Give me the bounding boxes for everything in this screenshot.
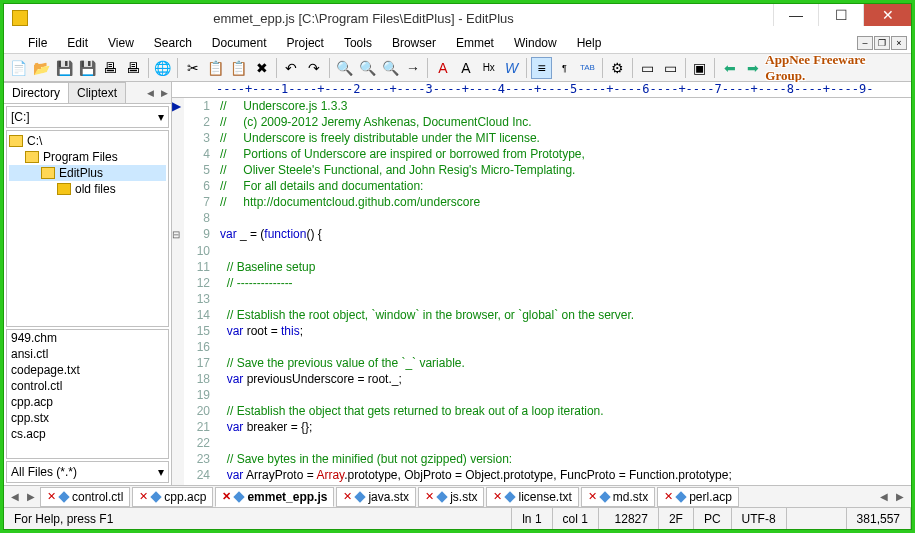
close-icon[interactable]: ✕ — [425, 490, 434, 503]
doc-tab[interactable]: ✕perl.acp — [657, 487, 739, 507]
doc-scroll-left[interactable]: ◀ — [877, 491, 891, 502]
doc-prev-button[interactable]: ◀ — [8, 491, 22, 502]
code-line[interactable]: 3// Underscore is freely distributable u… — [172, 130, 732, 146]
code-line[interactable]: 14 // Establish the root object, `window… — [172, 307, 732, 323]
menu-file[interactable]: File — [20, 34, 55, 52]
close-icon[interactable]: ✕ — [222, 490, 231, 503]
file-item[interactable]: control.ctl — [7, 378, 168, 394]
mdi-close-button[interactable]: × — [891, 36, 907, 50]
code-line[interactable]: 10 — [172, 243, 732, 259]
code-line[interactable]: 25 — [172, 483, 732, 485]
code-line[interactable]: 20 // Establish the object that gets ret… — [172, 403, 732, 419]
minimize-button[interactable]: — — [773, 4, 818, 26]
file-list[interactable]: 949.chmansi.ctlcodepage.txtcontrol.ctlcp… — [6, 329, 169, 459]
doc-tab[interactable]: ✕java.stx — [336, 487, 416, 507]
drive-selector[interactable]: [C:] ▾ — [6, 106, 169, 128]
new-file-button[interactable]: 📄 — [8, 57, 29, 79]
code-line[interactable]: 23 // Save bytes in the minified (but no… — [172, 451, 732, 467]
doc-scroll-right[interactable]: ▶ — [893, 491, 907, 502]
file-item[interactable]: ansi.ctl — [7, 346, 168, 362]
window-button[interactable]: ▭ — [637, 57, 658, 79]
code-line[interactable]: 6// For all details and documentation: — [172, 178, 732, 194]
menu-edit[interactable]: Edit — [59, 34, 96, 52]
doc-tab[interactable]: ✕js.stx — [418, 487, 484, 507]
tree-item[interactable]: old files — [9, 181, 166, 197]
close-icon[interactable]: ✕ — [139, 490, 148, 503]
code-line[interactable]: 11 // Baseline setup — [172, 259, 732, 275]
close-icon[interactable]: ✕ — [493, 490, 502, 503]
print-preview-button[interactable]: 🖶 — [123, 57, 144, 79]
code-line[interactable]: 22 — [172, 435, 732, 451]
doc-tab[interactable]: ✕emmet_epp.js — [215, 487, 334, 507]
copy-button[interactable]: 📋 — [205, 57, 226, 79]
file-item[interactable]: cpp.acp — [7, 394, 168, 410]
window2-button[interactable]: ▭ — [660, 57, 681, 79]
menu-document[interactable]: Document — [204, 34, 275, 52]
save-button[interactable]: 💾 — [54, 57, 75, 79]
menu-view[interactable]: View — [100, 34, 142, 52]
whitespace-button[interactable]: ¶ — [554, 57, 575, 79]
code-line[interactable]: 13 — [172, 291, 732, 307]
code-line[interactable]: 15 var root = this; — [172, 323, 732, 339]
nav-fwd-button[interactable]: ➡ — [742, 57, 763, 79]
code-line[interactable]: 7// http://documentcloud.github.com/unde… — [172, 194, 732, 210]
tree-item[interactable]: EditPlus — [9, 165, 166, 181]
code-line[interactable]: 2// (c) 2009-2012 Jeremy Ashkenas, Docum… — [172, 114, 732, 130]
doc-tab[interactable]: ✕control.ctl — [40, 487, 130, 507]
tab-button[interactable]: TAB — [577, 57, 598, 79]
doc-tab[interactable]: ✕cpp.acp — [132, 487, 213, 507]
menu-project[interactable]: Project — [279, 34, 332, 52]
tab-next-button[interactable]: ▶ — [157, 82, 171, 103]
code-line[interactable]: ⊟9var _ = (function() { — [172, 226, 732, 243]
code-line[interactable]: 19 — [172, 387, 732, 403]
code-line[interactable]: 5// Oliver Steele's Functional, and John… — [172, 162, 732, 178]
doc-tab[interactable]: ✕md.stx — [581, 487, 655, 507]
doc-tab[interactable]: ✕license.txt — [486, 487, 578, 507]
settings-button[interactable]: ⚙ — [607, 57, 628, 79]
doc-next-button[interactable]: ▶ — [24, 491, 38, 502]
code-editor[interactable]: ▶1// Underscore.js 1.3.32// (c) 2009-201… — [172, 98, 911, 485]
cut-button[interactable]: ✂ — [182, 57, 203, 79]
file-item[interactable]: cs.acp — [7, 426, 168, 442]
menu-window[interactable]: Window — [506, 34, 565, 52]
mdi-minimize-button[interactable]: – — [857, 36, 873, 50]
code-line[interactable]: 17 // Save the previous value of the `_`… — [172, 355, 732, 371]
find-in-files-button[interactable]: 🔍 — [380, 57, 401, 79]
close-button[interactable]: ✕ — [863, 4, 911, 26]
replace-button[interactable]: 🔍 — [357, 57, 378, 79]
code-line[interactable]: 24 var ArrayProto = Array.prototype, Obj… — [172, 467, 732, 483]
code-line[interactable]: 21 var breaker = {}; — [172, 419, 732, 435]
close-icon[interactable]: ✕ — [47, 490, 56, 503]
close-icon[interactable]: ✕ — [343, 490, 352, 503]
menu-emmet[interactable]: Emmet — [448, 34, 502, 52]
save-all-button[interactable]: 💾 — [77, 57, 98, 79]
tab-directory[interactable]: Directory — [4, 82, 69, 103]
open-file-button[interactable]: 📂 — [31, 57, 52, 79]
linenum-button[interactable]: ≡ — [531, 57, 552, 79]
code-line[interactable]: 12 // -------------- — [172, 275, 732, 291]
code-line[interactable]: ▶1// Underscore.js 1.3.3 — [172, 98, 732, 114]
file-item[interactable]: cpp.stx — [7, 410, 168, 426]
file-item[interactable]: codepage.txt — [7, 362, 168, 378]
terminal-button[interactable]: ▣ — [689, 57, 710, 79]
code-line[interactable]: 8 — [172, 210, 732, 226]
close-icon[interactable]: ✕ — [588, 490, 597, 503]
print-button[interactable]: 🖶 — [100, 57, 121, 79]
font-button[interactable]: A — [432, 57, 453, 79]
code-line[interactable]: 16 — [172, 339, 732, 355]
file-filter[interactable]: All Files (*.*) ▾ — [6, 461, 169, 483]
code-line[interactable]: 18 var previousUnderscore = root._; — [172, 371, 732, 387]
menu-search[interactable]: Search — [146, 34, 200, 52]
redo-button[interactable]: ↷ — [304, 57, 325, 79]
nav-back-button[interactable]: ⬅ — [719, 57, 740, 79]
tab-cliptext[interactable]: Cliptext — [69, 82, 126, 103]
wrap-button[interactable]: W — [501, 57, 522, 79]
delete-button[interactable]: ✖ — [251, 57, 272, 79]
tree-item[interactable]: Program Files — [9, 149, 166, 165]
tree-item[interactable]: C:\ — [9, 133, 166, 149]
small-A-button[interactable]: A — [455, 57, 476, 79]
paste-button[interactable]: 📋 — [228, 57, 249, 79]
menu-browser[interactable]: Browser — [384, 34, 444, 52]
mdi-restore-button[interactable]: ❐ — [874, 36, 890, 50]
maximize-button[interactable]: ☐ — [818, 4, 863, 26]
